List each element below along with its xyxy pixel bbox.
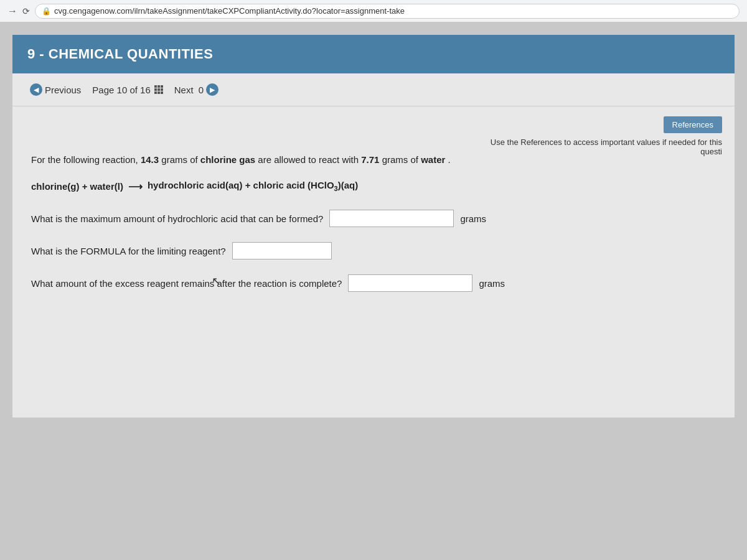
question-2-row: What is the FORMULA for the limiting rea… [31,242,716,259]
main-content: 9 - CHEMICAL QUANTITIES ◀ Previous Page … [0,22,747,560]
navigation-bar: ◀ Previous Page 10 of 16 Next 0 ▶ [12,73,735,106]
question-1-unit: grams [460,213,486,224]
references-note: Use the References to access important v… [486,138,722,156]
next-button[interactable]: Next 0 ▶ [169,81,223,98]
reload-icon[interactable]: ⟳ [22,6,30,16]
question-3-row: What amount of the excess reagent remain… [31,274,716,292]
previous-arrow-icon: ◀ [30,83,42,96]
question-2-label: What is the FORMULA for the limiting rea… [31,246,226,256]
next-arrow-icon: ▶ [206,83,218,96]
question-1-label: What is the maximum amount of hydrochlor… [31,213,323,224]
address-bar[interactable]: 🔒 cvg.cengagenow.com/ilrn/takeAssignment… [35,4,740,19]
url-text: cvg.cengagenow.com/ilrn/takeAssignment/t… [54,6,405,16]
browser-bar: → ⟳ 🔒 cvg.cengagenow.com/ilrn/takeAssign… [0,0,747,22]
question-3-input[interactable] [348,274,472,292]
question-area: References Use the References to access … [12,106,735,418]
page-title: 9 - CHEMICAL QUANTITIES [12,35,735,73]
reaction-equation: chlorine(g) + water(l) ⟶ hydrochloric ac… [31,180,716,192]
question-1-row: What is the maximum amount of hydrochlor… [31,210,716,227]
question-2-input[interactable] [232,242,332,259]
previous-button[interactable]: ◀ Previous [25,81,86,98]
back-arrow-icon[interactable]: → [7,6,17,17]
question-3-unit: grams [479,278,505,289]
grid-icon[interactable] [154,85,163,94]
references-button[interactable]: References [664,116,722,133]
question-3-label: What amount of the excess reagent remain… [31,278,342,289]
lock-icon: 🔒 [42,7,51,16]
question-1-input[interactable] [329,210,454,227]
page-info: Page 10 of 16 [92,85,162,95]
